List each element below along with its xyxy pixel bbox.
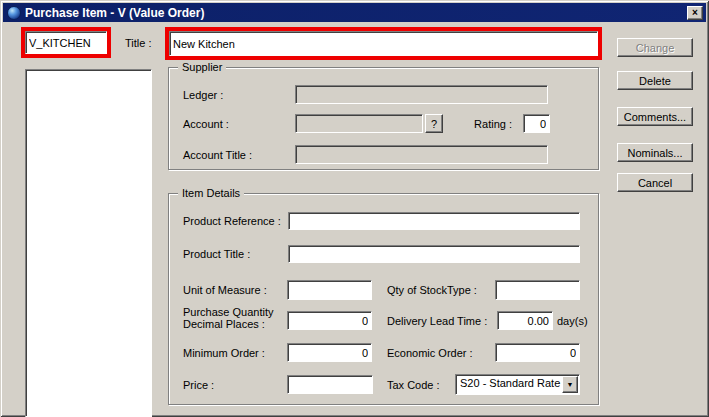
item-code-input[interactable]	[25, 31, 107, 54]
price-input[interactable]	[287, 375, 373, 394]
window-title: Purchase Item - V (Value Order)	[25, 6, 687, 20]
economic-order-label: Economic Order :	[387, 343, 495, 362]
account-input	[295, 114, 423, 133]
delivery-lead-time-unit: day(s)	[557, 311, 597, 330]
purchase-qty-decimal-label-line2: Decimal Places :	[183, 318, 274, 330]
account-title-label: Account Title :	[183, 145, 287, 164]
ledger-input	[295, 85, 548, 104]
cancel-button[interactable]: Cancel	[617, 173, 693, 192]
tax-code-select[interactable]: S20 - Standard Rate ( ▼	[455, 374, 580, 395]
minimum-order-input[interactable]	[287, 343, 372, 362]
chevron-down-icon[interactable]: ▼	[562, 376, 578, 393]
economic-order-input[interactable]	[495, 343, 580, 362]
account-label: Account :	[183, 114, 287, 133]
tax-code-value: S20 - Standard Rate (	[457, 376, 562, 393]
tax-code-label: Tax Code :	[387, 375, 447, 394]
nominals-button[interactable]: Nominals...	[617, 143, 693, 162]
nominals-button-label: Nominals...	[627, 147, 682, 159]
rating-input[interactable]	[523, 114, 550, 133]
product-reference-input[interactable]	[288, 212, 580, 230]
title-input[interactable]	[169, 31, 598, 56]
qty-of-stock-type-label: Qty of StockType :	[387, 280, 495, 300]
comments-button[interactable]: Comments...	[617, 107, 693, 126]
change-button-label: Change	[636, 42, 675, 54]
delivery-lead-time-input[interactable]	[497, 311, 553, 330]
rating-label: Rating :	[468, 114, 512, 133]
product-title-label: Product Title :	[183, 245, 287, 263]
change-button: Change	[617, 38, 693, 57]
account-lookup-button[interactable]: ?	[425, 114, 443, 133]
cancel-button-label: Cancel	[638, 177, 672, 189]
account-title-input	[295, 145, 548, 164]
ledger-label: Ledger :	[183, 85, 287, 104]
close-icon: ×	[692, 8, 698, 18]
comments-button-label: Comments...	[624, 111, 686, 123]
close-button[interactable]: ×	[687, 6, 703, 20]
delivery-lead-time-label: Delivery Lead Time :	[387, 311, 495, 330]
unit-of-measure-label: Unit of Measure :	[183, 280, 287, 300]
product-reference-label: Product Reference :	[183, 212, 287, 230]
purchase-qty-decimal-label-line1: Purchase Quantity	[183, 306, 274, 318]
qty-of-stock-type-input[interactable]	[495, 280, 580, 300]
dialog-window: Purchase Item - V (Value Order) × Title …	[0, 0, 709, 417]
title-label: Title :	[125, 27, 157, 58]
minimum-order-label: Minimum Order :	[183, 343, 287, 362]
account-lookup-label: ?	[431, 118, 437, 130]
title-highlight	[165, 27, 602, 60]
item-list[interactable]	[25, 69, 152, 417]
item-code-highlight	[21, 27, 111, 58]
product-title-input[interactable]	[288, 245, 580, 263]
delete-button-label: Delete	[639, 75, 671, 87]
unit-of-measure-input[interactable]	[287, 280, 372, 300]
price-label: Price :	[183, 375, 287, 394]
purchase-qty-decimal-label: Purchase Quantity Decimal Places :	[183, 306, 274, 330]
app-icon	[7, 6, 21, 20]
titlebar: Purchase Item - V (Value Order) ×	[3, 3, 706, 22]
item-details-group-legend: Item Details	[178, 187, 244, 199]
supplier-group-legend: Supplier	[178, 61, 226, 73]
delete-button[interactable]: Delete	[617, 71, 693, 90]
purchase-qty-decimal-input[interactable]	[287, 311, 372, 330]
